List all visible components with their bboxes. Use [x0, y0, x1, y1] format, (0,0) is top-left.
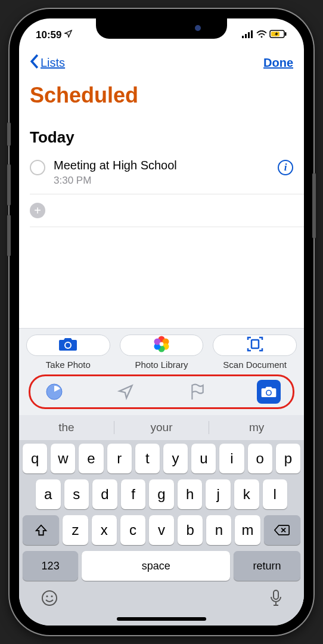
- svg-rect-2: [248, 32, 250, 38]
- svg-point-4: [261, 36, 263, 38]
- svg-point-22: [42, 591, 57, 605]
- key-n[interactable]: n: [206, 515, 231, 545]
- key-d[interactable]: d: [92, 479, 117, 509]
- suggestion[interactable]: my: [209, 421, 304, 434]
- key-o[interactable]: o: [248, 444, 272, 473]
- key-w[interactable]: w: [51, 444, 75, 473]
- reminder-title: Meeting at High School: [54, 159, 269, 172]
- key-y[interactable]: y: [163, 444, 188, 473]
- flag-toolbar-button[interactable]: [185, 380, 209, 404]
- key-x[interactable]: x: [92, 515, 117, 545]
- return-key[interactable]: return: [234, 551, 300, 581]
- key-p[interactable]: p: [276, 444, 300, 473]
- svg-point-24: [51, 595, 52, 597]
- key-e[interactable]: e: [79, 444, 103, 473]
- suggestion[interactable]: your: [114, 421, 210, 434]
- plus-icon: +: [30, 203, 45, 218]
- backspace-key[interactable]: [264, 515, 300, 545]
- svg-point-16: [160, 342, 164, 346]
- key-g[interactable]: g: [149, 479, 174, 509]
- svg-point-23: [46, 595, 48, 597]
- key-v[interactable]: v: [149, 515, 174, 545]
- scan-document-label: Scan Document: [213, 360, 297, 370]
- notch: [96, 18, 227, 39]
- camera-icon: [58, 336, 78, 354]
- flower-icon: [153, 335, 170, 355]
- key-a[interactable]: a: [36, 479, 61, 509]
- photo-library-label: Photo Library: [120, 360, 204, 370]
- camera-toolbar-button[interactable]: [257, 380, 281, 404]
- reminder-list: Meeting at High School 3:30 PM i +: [19, 153, 304, 227]
- reminder-time: 3:30 PM: [54, 175, 269, 187]
- svg-rect-1: [245, 34, 247, 38]
- key-c[interactable]: c: [120, 515, 145, 545]
- svg-rect-3: [251, 30, 253, 38]
- section-heading: Today: [19, 112, 304, 153]
- key-z[interactable]: z: [63, 515, 88, 545]
- key-r[interactable]: r: [107, 444, 132, 473]
- scan-icon: [246, 335, 264, 355]
- key-q[interactable]: q: [23, 444, 47, 473]
- status-time: 10:59: [36, 29, 61, 41]
- battery-icon: [269, 29, 287, 41]
- scan-document-button[interactable]: [213, 335, 297, 356]
- take-photo-label: Take Photo: [26, 360, 110, 370]
- key-s[interactable]: s: [64, 479, 89, 509]
- dictation-button[interactable]: [269, 589, 282, 611]
- key-b[interactable]: b: [178, 515, 203, 545]
- key-j[interactable]: j: [206, 479, 231, 509]
- key-k[interactable]: k: [234, 479, 259, 509]
- attachment-panel: Take Photo: [19, 328, 304, 415]
- space-key[interactable]: space: [82, 551, 230, 581]
- back-button[interactable]: Lists: [30, 54, 65, 71]
- numbers-key[interactable]: 123: [23, 551, 78, 581]
- take-photo-button[interactable]: [26, 335, 110, 356]
- chevron-left-icon: [30, 54, 39, 71]
- svg-rect-6: [285, 32, 287, 36]
- page-title: Scheduled: [19, 76, 304, 112]
- key-f[interactable]: f: [121, 479, 146, 509]
- home-indicator[interactable]: [117, 617, 206, 621]
- svg-rect-25: [274, 590, 278, 599]
- shift-key[interactable]: [23, 515, 59, 545]
- location-toolbar-button[interactable]: [114, 380, 138, 404]
- svg-rect-17: [251, 340, 259, 348]
- done-button[interactable]: Done: [263, 56, 293, 70]
- key-i[interactable]: i: [219, 444, 244, 473]
- key-h[interactable]: h: [178, 479, 203, 509]
- key-l[interactable]: l: [263, 479, 288, 509]
- keyboard: the your my qwertyuiop asdfghjkl zxcvbnm…: [19, 415, 304, 626]
- time-toolbar-button[interactable]: [42, 380, 66, 404]
- photo-library-button[interactable]: [120, 335, 204, 356]
- location-services-icon: [64, 29, 73, 41]
- svg-point-21: [267, 391, 271, 395]
- suggestion[interactable]: the: [19, 421, 114, 434]
- svg-rect-0: [242, 36, 244, 38]
- key-u[interactable]: u: [191, 444, 216, 473]
- nav-bar: Lists Done: [19, 48, 304, 76]
- editor-toolbar: [29, 374, 294, 409]
- key-m[interactable]: m: [235, 515, 260, 545]
- info-button[interactable]: i: [278, 160, 293, 175]
- cellular-icon: [242, 29, 254, 41]
- wifi-icon: [256, 29, 267, 41]
- key-t[interactable]: t: [135, 444, 160, 473]
- reminder-row[interactable]: Meeting at High School 3:30 PM i: [30, 153, 304, 194]
- add-reminder-row[interactable]: +: [30, 194, 304, 227]
- suggestion-row: the your my: [19, 415, 304, 440]
- back-label: Lists: [41, 56, 65, 70]
- svg-point-9: [66, 343, 70, 348]
- completion-circle[interactable]: [30, 160, 45, 175]
- emoji-button[interactable]: [41, 589, 58, 611]
